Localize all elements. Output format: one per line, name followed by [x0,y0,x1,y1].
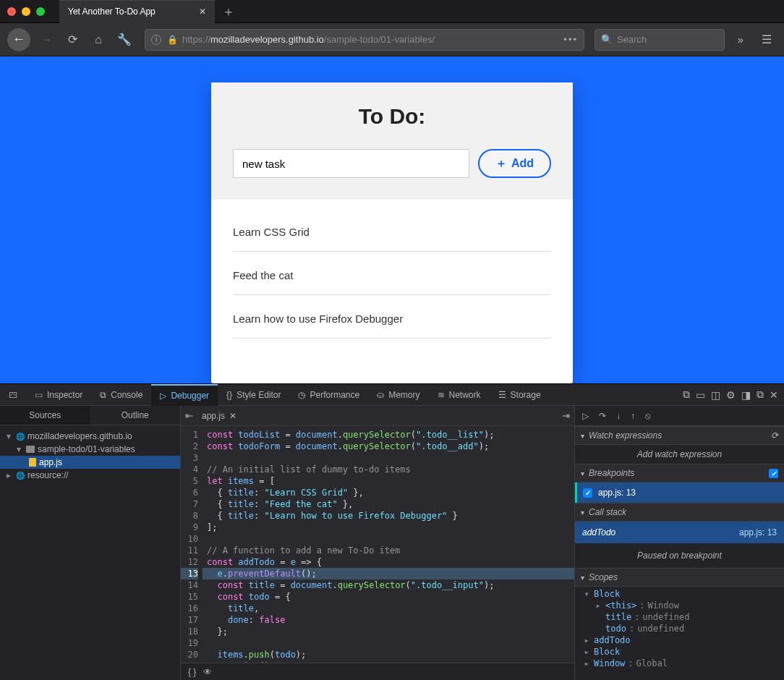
pretty-print-icon[interactable]: { } [188,667,196,677]
url-host: mozilladevelopers.github.io [210,34,324,45]
close-tab-icon[interactable]: ✕ [199,7,206,17]
dock-window-icon[interactable]: ⧉ [757,388,764,401]
breakpoint-row[interactable]: ✓ app.js: 13 [575,483,784,503]
scope-window[interactable]: ▸Window : Global [575,658,784,669]
add-button[interactable]: ＋ Add [478,149,551,178]
window-titlebar: Yet Another To-Do App ✕ ＋ [0,0,784,23]
scope-title[interactable]: title : undefined [575,611,784,623]
blackbox-icon[interactable]: 👁 [203,667,212,677]
add-watch-expression[interactable]: Add watch expression [575,445,784,464]
debugger-sidebar: ▷ ↷ ↓ ↑ ⦸ ▾Watch expressions ⟳ Add watch… [574,406,784,680]
reload-button[interactable]: ⟳ [62,30,82,50]
scope-block2[interactable]: ▸Block [575,646,784,658]
sources-tab[interactable]: Sources [0,406,90,425]
editor-pane: ⇤ app.js ✕ ⇥ 123456789101112131415161718… [181,406,574,680]
todo-item: Learn CSS Grid [233,208,551,252]
search-bar[interactable]: 🔍 Search [595,29,725,51]
tab-inspector[interactable]: ▭Inspector [26,384,91,406]
url-path: /sample-todo/01-variables/ [324,34,435,45]
minimize-window-button[interactable] [22,7,30,16]
address-bar[interactable]: i 🔒 https://mozilladevelopers.github.io/… [145,29,584,51]
plus-icon: ＋ [495,156,507,171]
breakpoint-checkbox[interactable]: ✓ [583,488,592,498]
new-tab-button[interactable]: ＋ [222,3,235,20]
paused-status: Paused on breakpoint [575,543,784,568]
scope-block[interactable]: ▾Block [575,588,784,600]
tab-memory[interactable]: ⛀Memory [368,384,428,406]
step-out-button[interactable]: ↑ [631,411,635,421]
overflow-button[interactable]: » [730,30,751,50]
tab-storage[interactable]: ☰Storage [490,384,550,406]
tab-title: Yet Another To-Do App [68,7,155,17]
search-icon: 🔍 [601,34,613,45]
tab-style-editor[interactable]: {}Style Editor [218,384,289,406]
settings-icon[interactable]: ⚙ [726,389,736,401]
add-button-label: Add [511,157,534,170]
back-button[interactable]: ← [7,28,30,51]
todo-item: Feed the cat [233,252,551,295]
todo-list: Learn CSS Grid Feed the cat Learn how to… [211,200,573,360]
browser-tab[interactable]: Yet Another To-Do App ✕ [59,0,215,23]
close-file-icon[interactable]: ✕ [229,411,237,421]
maximize-window-button[interactable] [36,7,45,16]
page-heading: To Do: [233,104,551,129]
search-placeholder: Search [617,34,647,45]
tab-debugger[interactable]: ▷Debugger [151,384,218,406]
tree-file-app-js[interactable]: app.js [0,456,180,469]
sources-pane: Sources Outline ▾🌐mozilladevelopers.gith… [0,406,181,680]
tab-performance[interactable]: ◷Performance [289,384,368,406]
step-in-button[interactable]: ↓ [616,411,621,421]
scopes-body: ▾Block ▸<this> : Window title : undefine… [575,587,784,672]
url-protocol: https:// [182,34,210,45]
lock-icon: 🔒 [167,35,178,45]
scopes-header[interactable]: ▾Scopes [575,568,784,587]
todo-item: Learn how to use Firefox Debugger [233,295,551,339]
breakpoints-toggle[interactable]: ✓ [769,469,778,478]
tree-folder[interactable]: ▾sample-todo/01-variables [0,443,180,456]
browser-toolbar: ← → ⟳ ⌂ 🔧 i 🔒 https://mozilladevelopers.… [0,23,784,56]
tree-domain[interactable]: ▾🌐mozilladevelopers.github.io [0,430,180,443]
scope-this[interactable]: ▸<this> : Window [575,600,784,611]
dock-side-icon[interactable]: ◨ [741,389,751,401]
pick-element-button[interactable]: ⮹ [0,384,26,406]
page-actions-icon[interactable]: ••• [563,34,578,45]
tab-network[interactable]: ≋Network [429,384,490,406]
scope-todo[interactable]: todo : undefined [575,623,784,634]
toggle-sources-icon[interactable]: ⇤ [185,410,193,421]
resume-button[interactable]: ▷ [582,411,589,421]
file-tab-app-js[interactable]: app.js ✕ [197,409,241,422]
deactivate-bp-button[interactable]: ⦸ [645,411,651,421]
iframe-icon[interactable]: ▭ [696,389,705,401]
todo-card: To Do: ＋ Add Learn CSS Grid Feed the cat… [211,82,573,383]
close-devtools-icon[interactable]: ✕ [770,389,778,401]
responsive-mode-icon[interactable]: ⧉ [683,388,690,401]
breakpoint-label: app.js: 13 [598,488,636,498]
task-input[interactable] [233,149,469,178]
watch-header[interactable]: ▾Watch expressions ⟳ [575,426,784,445]
scope-addtodo[interactable]: ▸addTodo [575,634,784,646]
code-editor[interactable]: 1234567891011121314151617181920212223 co… [181,426,574,663]
tree-resource[interactable]: ▸🌐resource:// [0,469,180,482]
toggle-right-icon[interactable]: ⇥ [562,410,570,421]
developer-button[interactable]: 🔧 [114,30,135,50]
callstack-header[interactable]: ▾Call stack [575,503,784,522]
media-rules-icon[interactable]: ◫ [711,389,720,401]
traffic-lights [7,7,45,16]
close-window-button[interactable] [7,7,16,16]
devtools-tabs: ⮹ ▭Inspector ⧉Console ▷Debugger {}Style … [0,384,784,406]
refresh-watch-icon[interactable]: ⟳ [771,430,778,441]
menu-button[interactable]: ☰ [757,30,777,50]
callstack-frame[interactable]: addTodo app.js: 13 [575,522,784,543]
step-over-button[interactable]: ↷ [599,411,606,421]
outline-tab[interactable]: Outline [90,406,181,425]
devtools: ⮹ ▭Inspector ⧉Console ▷Debugger {}Style … [0,383,784,680]
page-viewport: To Do: ＋ Add Learn CSS Grid Feed the cat… [0,56,784,383]
site-info-icon[interactable]: i [151,35,161,45]
home-button[interactable]: ⌂ [88,30,108,50]
breakpoints-header[interactable]: ▾Breakpoints ✓ [575,464,784,483]
forward-button[interactable]: → [36,30,56,50]
sources-tree: ▾🌐mozilladevelopers.github.io ▾sample-to… [0,425,180,486]
tab-console[interactable]: ⧉Console [91,384,151,406]
